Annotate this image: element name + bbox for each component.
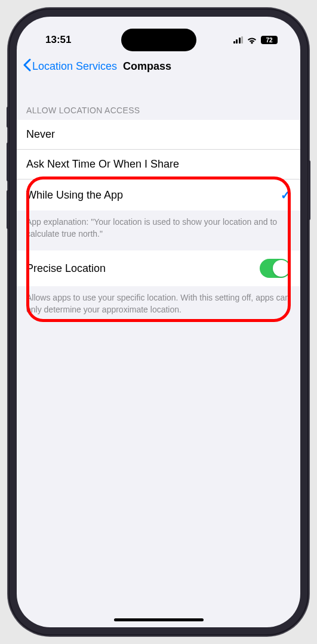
volume-up-button xyxy=(7,143,9,181)
checkmark-icon: ✓ xyxy=(281,188,291,202)
option-label: Ask Next Time Or When I Share xyxy=(26,158,179,171)
precise-location-list: Precise Location xyxy=(17,250,300,286)
back-label: Location Services xyxy=(32,60,117,73)
option-while-using-app[interactable]: While Using the App ✓ xyxy=(17,179,300,210)
mute-switch xyxy=(7,107,9,128)
option-never[interactable]: Never xyxy=(17,120,300,150)
phone-frame: 13:51 72 Location Services Compa xyxy=(8,8,309,636)
option-ask-next-time[interactable]: Ask Next Time Or When I Share xyxy=(17,150,300,179)
cellular-signal-icon xyxy=(233,36,244,44)
precise-location-footer: Allows apps to use your specific locatio… xyxy=(17,286,300,326)
power-button xyxy=(308,160,310,220)
dynamic-island xyxy=(121,29,196,51)
precise-location-toggle[interactable] xyxy=(260,259,291,278)
screen: 13:51 72 Location Services Compa xyxy=(17,17,300,627)
battery-icon: 72 xyxy=(261,36,278,44)
chevron-left-icon xyxy=(23,58,31,75)
volume-down-button xyxy=(7,190,9,229)
status-time: 13:51 xyxy=(45,34,71,46)
precise-location-row[interactable]: Precise Location xyxy=(17,250,300,286)
wifi-icon xyxy=(247,36,257,44)
back-button[interactable]: Location Services xyxy=(23,58,117,75)
section-header: ALLOW LOCATION ACCESS xyxy=(17,83,300,120)
precise-location-label: Precise Location xyxy=(26,262,106,275)
status-right: 72 xyxy=(233,36,278,44)
option-label: While Using the App xyxy=(26,189,123,202)
option-label: Never xyxy=(26,128,55,141)
home-indicator[interactable] xyxy=(114,618,204,621)
page-title: Compass xyxy=(123,60,171,73)
navigation-bar: Location Services Compass xyxy=(17,50,300,83)
battery-level: 72 xyxy=(261,36,278,44)
location-access-list: Never Ask Next Time Or When I Share Whil… xyxy=(17,120,300,210)
app-explanation-text: App explanation: "Your location is used … xyxy=(17,210,300,250)
